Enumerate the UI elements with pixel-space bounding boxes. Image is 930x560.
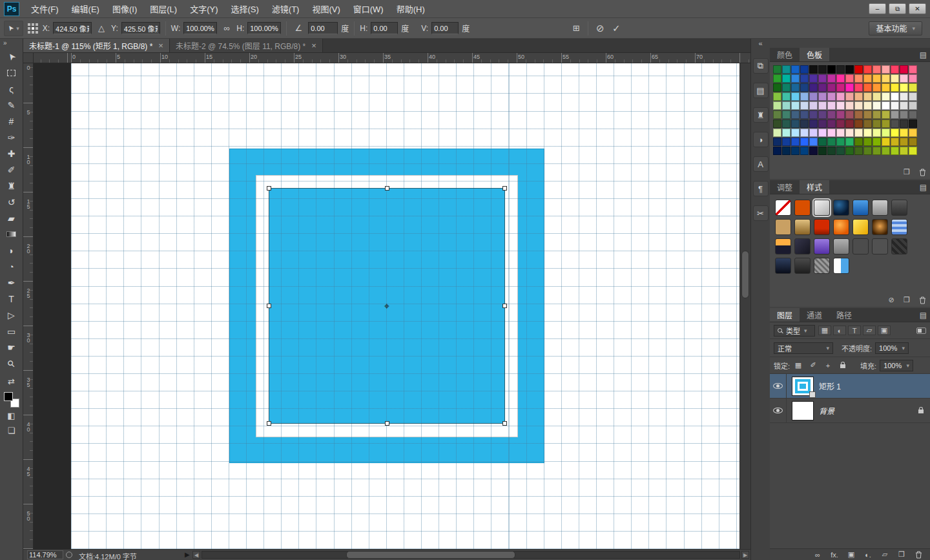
style-swatch[interactable] (814, 258, 830, 274)
dodge-tool[interactable]: ◔ (0, 258, 23, 275)
color-swatch[interactable] (863, 92, 872, 101)
color-swatch[interactable] (909, 147, 917, 155)
color-swatch[interactable] (809, 138, 818, 146)
color-swatch[interactable] (827, 129, 836, 137)
color-swatch[interactable] (782, 138, 790, 146)
color-swatch[interactable] (845, 101, 854, 110)
scroll-right-button[interactable]: ▶ (741, 551, 749, 559)
color-swatch[interactable] (782, 65, 790, 74)
cancel-transform-button[interactable]: ⊘ (594, 22, 606, 35)
color-swatch[interactable] (827, 101, 836, 110)
lock-all-icon[interactable] (838, 360, 848, 370)
color-swatch[interactable] (900, 92, 908, 101)
height-input[interactable] (247, 22, 281, 34)
color-swatch[interactable] (845, 147, 854, 155)
quick-mask-button[interactable]: ◧ (0, 408, 23, 423)
color-swatch[interactable] (900, 129, 908, 137)
layer-visibility-toggle[interactable] (770, 374, 787, 398)
zoom-level-field[interactable]: 114.79% (27, 550, 63, 559)
menu-item-6[interactable]: 选择(S) (224, 0, 265, 17)
color-swatch[interactable] (873, 83, 881, 92)
color-swatch[interactable] (882, 138, 890, 146)
color-swatch[interactable] (891, 147, 899, 155)
tool-preset-button[interactable]: ➤ ▾ (4, 21, 23, 36)
color-swatch[interactable] (791, 83, 800, 92)
color-swatch[interactable] (800, 129, 809, 137)
color-swatch[interactable] (818, 147, 827, 155)
color-swatch[interactable] (791, 92, 800, 101)
color-swatch[interactable] (854, 110, 863, 119)
layer-row-shape[interactable]: 矩形 1 (770, 374, 930, 399)
width-input[interactable] (183, 22, 217, 34)
close-tab-icon[interactable]: × (158, 41, 163, 50)
color-swatch[interactable] (827, 65, 836, 74)
style-swatch[interactable] (891, 200, 907, 216)
tab-layers[interactable]: 图层 (770, 308, 800, 322)
color-swatch[interactable] (782, 101, 790, 110)
color-swatch[interactable] (800, 147, 809, 155)
style-swatch[interactable] (872, 200, 888, 216)
skew-v-input[interactable] (431, 22, 459, 34)
y-input[interactable] (121, 22, 160, 34)
shape-layer-filter-icon[interactable]: ▱ (863, 326, 876, 335)
delete-swatch-icon[interactable] (917, 167, 927, 177)
panel-menu-icon[interactable]: ▤ (920, 311, 927, 320)
transform-handle-middle-left[interactable] (267, 304, 271, 308)
color-swatch[interactable] (836, 119, 845, 128)
color-swatch[interactable] (854, 101, 863, 110)
lasso-tool[interactable]: ς (0, 81, 23, 97)
tab-swatches[interactable]: 色板 (800, 48, 829, 61)
color-swatch[interactable] (873, 119, 881, 128)
color-swatch[interactable] (818, 101, 827, 110)
style-swatch[interactable] (814, 238, 830, 254)
maintain-aspect-ratio-icon[interactable]: ∞ (220, 22, 233, 35)
style-swatch[interactable] (814, 219, 830, 235)
layer-visibility-toggle[interactable] (770, 399, 787, 422)
layer-thumbnail[interactable] (792, 377, 814, 396)
color-swatch[interactable] (873, 101, 881, 110)
color-swatch[interactable] (882, 74, 890, 83)
color-swatch[interactable] (845, 129, 854, 137)
style-swatch[interactable] (891, 238, 907, 254)
color-swatch[interactable] (791, 119, 800, 128)
pixel-layer-filter-icon[interactable]: ▦ (818, 326, 831, 335)
color-swatch[interactable] (773, 138, 781, 146)
color-swatch[interactable] (845, 119, 854, 128)
color-swatch[interactable] (854, 147, 863, 155)
adjustments-panel-icon[interactable]: ◑ (753, 132, 769, 147)
color-swatch[interactable] (863, 74, 872, 83)
transform-handle-middle-right[interactable] (502, 304, 507, 308)
reference-point-locator[interactable] (26, 22, 39, 35)
color-swatch[interactable] (900, 74, 908, 83)
color-swatch[interactable] (773, 110, 781, 119)
brush-tool[interactable]: ✐ (0, 161, 23, 178)
eyedropper-tool[interactable]: ✑ (0, 129, 23, 145)
layer-filter-kind-select[interactable]: 类型 ▾ (774, 325, 815, 337)
canvas-document[interactable]: ⌖ (71, 63, 739, 549)
lock-pixels-icon[interactable]: ✐ (808, 360, 818, 370)
color-swatch[interactable] (809, 83, 818, 92)
color-swatch[interactable] (818, 138, 827, 146)
quick-selection-tool[interactable]: ✎ (0, 97, 23, 113)
type-layer-filter-icon[interactable]: T (848, 326, 861, 335)
horizontal-type-tool[interactable]: T (0, 291, 23, 307)
character-panel-icon[interactable]: A (753, 156, 769, 172)
color-swatch[interactable] (909, 74, 917, 83)
tab-channels[interactable]: 通道 (800, 308, 829, 322)
color-swatch[interactable] (818, 119, 827, 128)
color-swatch[interactable] (882, 147, 890, 155)
commit-transform-button[interactable]: ✓ (610, 22, 623, 35)
color-swatch[interactable] (836, 147, 845, 155)
menu-item-1[interactable]: 文件(F) (25, 0, 65, 17)
crop-tool[interactable]: # (0, 113, 23, 129)
color-swatch[interactable] (791, 65, 800, 74)
color-swatch[interactable] (873, 129, 881, 137)
color-swatch[interactable] (782, 147, 790, 155)
horizontal-scrollbar-thumb[interactable] (346, 551, 515, 559)
rectangle-tool[interactable]: ▭ (0, 323, 23, 339)
opacity-select[interactable]: 100% ▾ (875, 342, 909, 354)
color-swatch[interactable] (791, 138, 800, 146)
clone-source-panel-icon[interactable]: ♜ (753, 107, 769, 123)
document-tab-2[interactable]: 未标题-2 @ 74.5% (图层 11, RGB/8) *× (170, 39, 323, 52)
color-swatch[interactable] (800, 83, 809, 92)
